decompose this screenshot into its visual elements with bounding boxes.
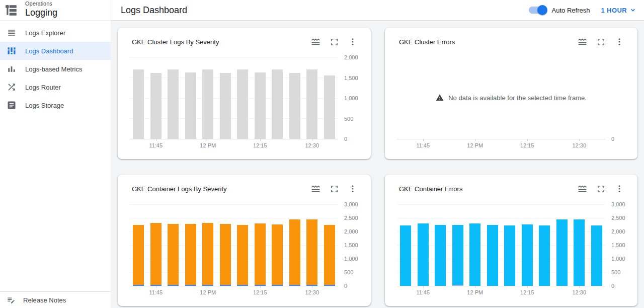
legend-toggle-icon[interactable] — [309, 183, 321, 195]
sidebar-item-logs-based-metrics[interactable]: Logs-based Metrics — [0, 60, 111, 78]
more-vert-icon[interactable] — [613, 183, 625, 195]
y-axis-tick-label: 2,500 — [344, 215, 369, 221]
chart-bar — [220, 73, 231, 139]
logging-app: Operations Logging Logs Explorer Logs Da… — [0, 0, 644, 308]
chart-bar — [202, 223, 213, 285]
chart-bar — [202, 69, 213, 139]
chart-bar — [133, 285, 144, 286]
y-axis-tick-label: 2,500 — [611, 215, 636, 221]
legend-toggle-icon[interactable] — [309, 36, 321, 48]
chart-bar — [220, 224, 231, 284]
chart-bar — [469, 223, 480, 286]
x-axis-tick — [208, 139, 208, 141]
card-actions — [303, 36, 359, 48]
x-axis-tick-label: 11:45 — [416, 289, 430, 295]
card-actions — [570, 36, 625, 48]
release-notes-item[interactable]: Release Notes — [0, 291, 111, 308]
x-axis-tick — [260, 139, 261, 141]
page-title: Logs Dashboard — [121, 5, 187, 16]
chart-bar — [306, 69, 317, 139]
chart-bar — [400, 225, 411, 286]
chart-bar — [185, 224, 196, 284]
x-axis-tick-label: 12:30 — [572, 289, 586, 295]
x-axis-tick-label: 11:45 — [416, 142, 430, 148]
card-actions — [303, 183, 359, 195]
y-axis-tick-label: 500 — [611, 269, 636, 275]
card-header: GKE Cluster Errors — [399, 36, 625, 48]
card-actions — [570, 183, 625, 195]
chart-bar — [133, 225, 144, 285]
card-title: GKE Cluster Errors — [399, 38, 455, 46]
x-axis-tick-label: 12:15 — [520, 289, 534, 295]
auto-refresh-toggle[interactable] — [529, 7, 546, 14]
y-axis-tick-label: 0 — [344, 283, 369, 289]
x-axis-tick-label: 12 PM — [467, 289, 483, 295]
sidebar-item-logs-storage[interactable]: Logs Storage — [0, 96, 111, 114]
chart-bar — [591, 225, 602, 286]
fullscreen-icon[interactable] — [595, 36, 607, 48]
sidebar-nav: Logs Explorer Logs Dashboard Logs-based … — [0, 21, 111, 114]
bar-chart-gke-cluster-logs[interactable]: 05001,0001,5002,00011:4512 PM12:1512:30 — [130, 57, 338, 139]
time-range-dropdown[interactable]: 1 HOUR — [601, 6, 637, 14]
bar-chart-gke-container-logs[interactable]: 05001,0001,5002,0002,5003,00011:4512 PM1… — [130, 204, 338, 286]
chart-bar — [150, 73, 162, 139]
chart-bar — [504, 225, 515, 286]
chart-card-gke-cluster-logs: GKE Cluster Logs By Severity 05001,0001,… — [118, 28, 371, 159]
x-axis-tick-label: 12 PM — [200, 142, 216, 148]
sidebar-item-label: Logs Explorer — [25, 29, 65, 37]
chart-bar — [324, 225, 335, 285]
release-notes-icon — [7, 295, 16, 304]
y-axis-tick-label: 3,000 — [344, 201, 369, 207]
brand-text: Operations Logging — [25, 1, 57, 17]
bar-chart-gke-container-errors[interactable]: 05001,0001,5002,0002,5003,00011:4512 PM1… — [397, 204, 605, 286]
card-header: GKE Container Errors — [399, 183, 625, 195]
legend-toggle-icon[interactable] — [576, 183, 588, 195]
y-axis-tick-label: 500 — [344, 269, 369, 275]
chart-bar — [185, 285, 196, 286]
chart-bar — [306, 219, 317, 285]
more-vert-icon[interactable] — [347, 183, 359, 195]
chart-bar — [133, 69, 144, 139]
chart-bar — [324, 75, 335, 139]
x-axis-tick-label: 12 PM — [467, 142, 483, 148]
fullscreen-icon[interactable] — [595, 183, 607, 195]
gridline — [130, 57, 338, 58]
card-header: GKE Container Logs By Severity — [132, 183, 359, 195]
y-axis-tick-label: 0 — [344, 136, 369, 142]
sidebar-item-logs-router[interactable]: Logs Router — [0, 78, 111, 96]
x-axis-tick — [312, 286, 312, 288]
chart-card-gke-container-errors: GKE Container Errors 05001,0001,5002,000… — [385, 175, 637, 306]
y-axis-tick-label: 1,500 — [344, 75, 369, 81]
x-axis-tick-label: 11:45 — [149, 289, 163, 295]
y-axis-tick-label: 2,000 — [344, 228, 369, 235]
more-vert-icon[interactable] — [613, 36, 625, 48]
x-axis-tick — [475, 286, 475, 288]
warning-icon — [436, 94, 444, 102]
x-axis-tick — [312, 139, 312, 141]
logging-logo-icon — [5, 4, 18, 17]
chart-bar — [185, 72, 196, 139]
chart-bar — [237, 285, 248, 286]
toggle-thumb — [537, 5, 547, 15]
chart-bar — [168, 224, 179, 284]
x-axis-tick-label: 12:30 — [305, 289, 319, 295]
fullscreen-icon[interactable] — [328, 36, 340, 48]
card-header: GKE Cluster Logs By Severity — [132, 36, 359, 48]
x-axis-tick-label: 12:15 — [253, 289, 267, 295]
brand-product: Operations — [25, 1, 57, 7]
sidebar-item-label: Logs Storage — [25, 102, 64, 109]
more-vert-icon[interactable] — [347, 36, 359, 48]
chart-bar — [452, 225, 463, 286]
fullscreen-icon[interactable] — [328, 183, 340, 195]
logs-explorer-icon — [7, 28, 17, 38]
chart-bar — [168, 69, 179, 139]
sidebar-item-logs-explorer[interactable]: Logs Explorer — [0, 24, 111, 42]
y-axis-tick-label: 1,500 — [344, 242, 369, 248]
legend-toggle-icon[interactable] — [576, 36, 588, 48]
x-axis-tick-label: 12 PM — [200, 289, 216, 295]
logs-based-metrics-icon — [7, 64, 17, 74]
sidebar-item-logs-dashboard[interactable]: Logs Dashboard — [0, 42, 111, 60]
chart-bar — [539, 225, 550, 286]
y-axis-tick-label: 1,000 — [344, 256, 369, 262]
chart-bar — [237, 225, 248, 285]
